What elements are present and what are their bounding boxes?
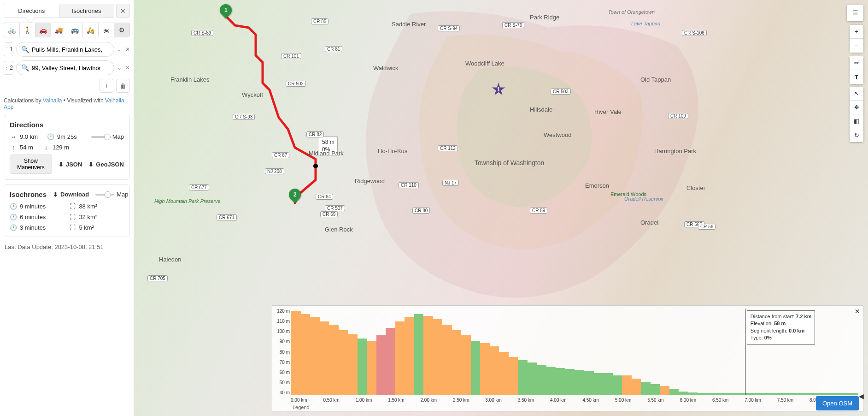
descent-value: 129 m [53,144,69,151]
close-panel-button[interactable]: ✕ [116,4,130,18]
open-osm-button[interactable]: Open OSM [816,396,859,410]
clock-icon: 🕐 [47,133,54,140]
area-icon: ⛶ [69,224,76,231]
waypoint-confirm-icon[interactable]: ⌄ [117,65,122,71]
iso-time-1: 6 minutes [20,214,46,220]
trash-icon: 🗑 [120,82,126,89]
elevation-chart[interactable]: Distance from start: 7.2 km Elevation: 5… [291,309,858,395]
download-icon: ⬇ [88,161,94,168]
iso-time-0: 9 minutes [20,203,46,210]
elevation-collapse-button[interactable]: ◀ [859,392,864,400]
elevation-cursor-line [745,309,745,395]
elevation-legend-toggle[interactable]: Legend [293,404,310,410]
mode-settings[interactable]: ⚙ [114,23,130,37]
sidebar: Directions Isochrones ✕ 🚲 🚶 🚗 🚚 🚌 🛵 🏍 ⚙ … [0,0,134,416]
cursor-icon: ↖ [854,90,859,97]
plus-icon: + [855,28,858,35]
add-waypoint-button[interactable]: + [100,79,113,93]
isochrone-center-marker[interactable]: 1 [492,83,504,99]
mode-car[interactable]: 🚗 [35,23,51,37]
pedestrian-icon: 🚶 [23,26,31,34]
show-maneuvers-button[interactable]: Show Maneuvers [10,155,52,174]
elevation-tooltip: Distance from start: 7.2 km Elevation: 5… [747,310,815,345]
place-label: Township of Washington [475,159,544,166]
draw-polyline-button[interactable]: ✏ [850,56,863,70]
mode-bicycle[interactable]: 🚲 [4,23,20,37]
place-label: Haledon [159,256,181,263]
iso-area-2: 5 km² [79,224,94,231]
waypoint-drag-handle[interactable]: ⋮1 [4,42,13,56]
layers-button[interactable]: ☰ [847,5,863,21]
waypoint-row-1: ⋮1 🔍 ⌄ ✕ [4,42,130,57]
road-shield: CR S-76 [502,22,524,28]
download-isochrones-link[interactable]: ⬇Download [53,191,89,198]
waypoint-remove-icon[interactable]: ✕ [125,65,130,71]
road-shield: CR 502 [286,81,306,87]
mode-truck[interactable]: 🚚 [51,23,67,37]
isochrones-card: Isochrones ⬇Download Map 🕐9 minutes ⛶88 … [4,184,130,237]
refresh-icon: ↻ [854,132,859,139]
mode-pedestrian[interactable]: 🚶 [20,23,35,37]
mode-scooter[interactable]: 🛵 [83,23,99,37]
place-label: Town of Orangetown [608,9,655,15]
road-shield: CR 101 [281,53,301,59]
motorcycle-icon: 🏍 [103,26,109,34]
iso-time-2: 3 minutes [20,224,46,231]
road-shield: CR 671 [217,214,237,220]
road-shield: CR 109 [668,113,688,119]
road-shield: CR S-89 [191,30,213,36]
iso-opacity-slider[interactable] [95,194,114,196]
waypoint-number: 2 [10,65,13,71]
road-shield: CR 80 [412,208,430,214]
download-json-link[interactable]: ⬇JSON [59,161,82,168]
map-canvas[interactable]: 58 m 0% 1 2 1 Franklin Lakes Wyckoff Wal… [134,0,868,416]
bus-icon: 🚌 [71,26,79,34]
road-shield: CR 507 [325,205,345,211]
place-label: Hillsdale [530,106,552,113]
iso-map-toggle-label: Map [117,191,128,198]
eraser-icon: ◧ [854,118,859,125]
search-icon: 🔍 [21,46,29,53]
place-label: Closter [686,184,705,191]
waypoint-marker-1[interactable]: 1 [220,4,232,21]
place-label: Ridgewood [355,178,385,184]
edit-cursor-button[interactable]: ↖ [850,87,863,101]
truck-icon: 🚚 [55,26,63,34]
refresh-button[interactable]: ↻ [850,128,863,142]
place-label: Franklin Lakes [170,76,210,83]
place-label: High Mountain Park Preserve [154,198,221,204]
iso-area-1: 32 km² [79,214,97,220]
waypoint-remove-icon[interactable]: ✕ [125,46,130,53]
place-label: Westwood [544,131,571,138]
road-shield: CR 87 [272,152,289,158]
road-shield: CR 82 [306,131,324,137]
clear-waypoints-button[interactable]: 🗑 [116,79,130,93]
zoom-in-button[interactable]: + [850,25,863,39]
clock-icon: 🕐 [10,214,17,220]
waypoint-input-1[interactable] [32,46,109,53]
drag-button[interactable]: ✥ [850,101,863,114]
zoom-out-button[interactable]: − [850,39,863,53]
area-icon: ⛶ [69,203,76,210]
valhalla-link[interactable]: Valhalla [43,97,62,104]
place-label: Oradell [640,219,660,226]
waypoint-marker-2[interactable]: 2 [289,189,301,205]
place-label: Saddle River [392,21,426,28]
tabs: Directions Isochrones [4,4,114,18]
waypoint-number: 1 [10,46,13,53]
waypoint-drag-handle[interactable]: ⋮2 [4,61,13,75]
place-label: Ho-Ho-Kus [378,148,407,155]
waypoint-confirm-icon[interactable]: ⌄ [117,46,122,53]
download-geojson-link[interactable]: ⬇GeoJSON [88,161,124,168]
last-update-text: Last Data Update: 2023-10-08, 21:51 [4,242,130,252]
mode-bus[interactable]: 🚌 [67,23,83,37]
mode-motorcycle[interactable]: 🏍 [99,23,114,37]
map-opacity-slider[interactable] [91,136,110,138]
tab-isochrones[interactable]: Isochrones [59,4,114,18]
draw-text-button[interactable]: T [850,70,863,84]
road-shield: CR 69 [320,211,338,217]
erase-button[interactable]: ◧ [850,114,863,128]
waypoint-input-2[interactable] [32,65,109,71]
place-label: Lake Tappan [631,21,660,26]
road-shield: CR S-94 [438,25,460,31]
